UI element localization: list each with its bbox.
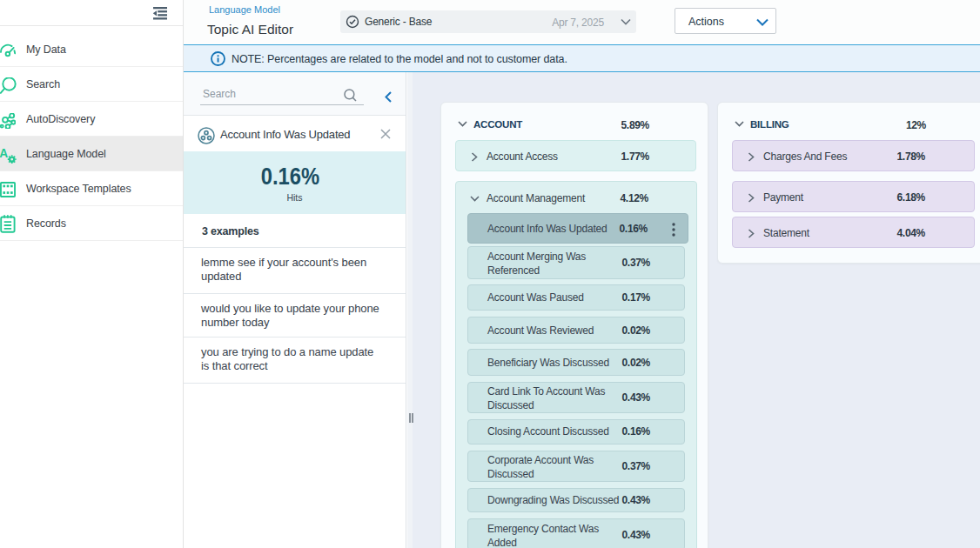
svg-text:A: A (0, 147, 8, 160)
